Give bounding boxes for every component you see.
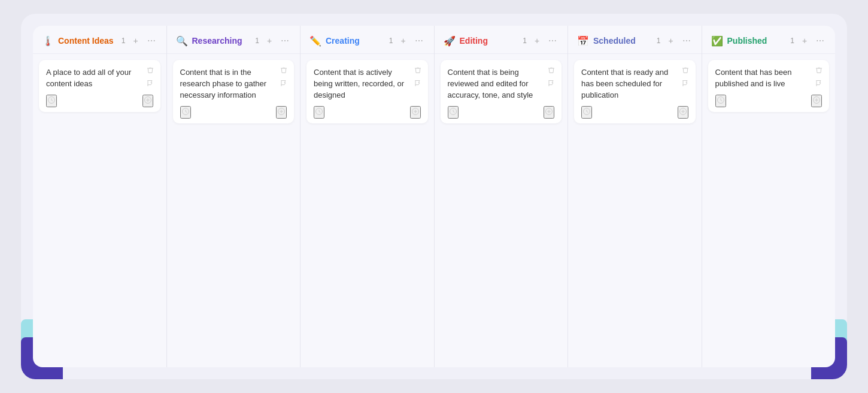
- column-published: ✅Published1+⋯Content that has been publi…: [702, 26, 836, 367]
- card-actions-editing-0: [546, 65, 557, 89]
- card-text-published-0: Content that has been published and is l…: [715, 67, 823, 90]
- column-content-ideas: 🌡️Content Ideas1+⋯A place to add all of …: [33, 26, 167, 367]
- card-scheduled-0: Content that is ready and has been sched…: [574, 60, 696, 123]
- column-header-researching: 🔍Researching1+⋯: [167, 26, 301, 54]
- delete-card-button-editing-0[interactable]: [546, 65, 557, 75]
- column-header-content-ideas: 🌡️Content Ideas1+⋯: [33, 26, 166, 54]
- more-options-button-published[interactable]: ⋯: [814, 34, 827, 47]
- card-footer-scheduled-0: [581, 106, 688, 119]
- clock-button-published-0[interactable]: [715, 95, 726, 107]
- card-actions-scheduled-0: [680, 65, 691, 89]
- clock-button-creating-0[interactable]: [314, 106, 324, 119]
- column-researching: 🔍Researching1+⋯Content that is in the re…: [167, 26, 301, 367]
- column-header-editing: 🚀Editing1+⋯: [435, 26, 568, 54]
- column-count-editing: 1: [523, 37, 527, 45]
- add-item-button-creating-0[interactable]: [410, 106, 421, 119]
- add-card-button-content-ideas[interactable]: +: [129, 34, 142, 47]
- card-creating-0: Content that is actively being written, …: [306, 60, 428, 123]
- clock-button-editing-0[interactable]: [448, 106, 459, 119]
- card-text-content-ideas-0: A place to add all of your content ideas: [46, 67, 153, 90]
- more-options-button-creating[interactable]: ⋯: [412, 34, 426, 47]
- kanban-board: 🌡️Content Ideas1+⋯A place to add all of …: [33, 26, 835, 367]
- column-header-creating: ✏️Creating1+⋯: [301, 26, 434, 54]
- pencil-icon: ✏️: [309, 34, 322, 47]
- magnifier-icon: 🔍: [175, 34, 189, 47]
- add-card-button-creating[interactable]: +: [397, 34, 410, 47]
- card-content-ideas-0: A place to add all of your content ideas: [39, 60, 160, 112]
- column-actions-researching: +⋯: [263, 34, 292, 47]
- column-actions-creating: +⋯: [397, 34, 426, 47]
- column-header-published: ✅Published1+⋯: [702, 26, 836, 54]
- card-text-editing-0: Content that is being reviewed and edite…: [448, 67, 555, 101]
- column-title-editing: Editing: [460, 36, 518, 46]
- add-card-button-published[interactable]: +: [798, 34, 811, 47]
- app-container: 🌡️Content Ideas1+⋯A place to add all of …: [21, 14, 847, 379]
- add-item-button-content-ideas-0[interactable]: [142, 95, 153, 107]
- column-body-published: Content that has been published and is l…: [702, 54, 836, 367]
- rocket-icon: 🚀: [443, 34, 456, 47]
- card-actions-content-ideas-0: [145, 65, 156, 89]
- column-count-content-ideas: 1: [122, 37, 126, 45]
- card-actions-researching-0: [278, 65, 289, 89]
- card-footer-editing-0: [448, 106, 555, 119]
- column-creating: ✏️Creating1+⋯Content that is actively be…: [301, 26, 435, 367]
- card-footer-content-ideas-0: [46, 95, 153, 107]
- card-actions-creating-0: [412, 65, 423, 89]
- column-title-scheduled: Scheduled: [593, 36, 652, 46]
- more-options-button-content-ideas[interactable]: ⋯: [145, 34, 158, 47]
- column-body-creating: Content that is actively being written, …: [301, 54, 434, 367]
- add-item-button-published-0[interactable]: [811, 95, 822, 107]
- add-item-button-researching-0[interactable]: [276, 106, 287, 119]
- column-title-content-ideas: Content Ideas: [58, 36, 117, 46]
- clock-button-content-ideas-0[interactable]: [46, 95, 57, 107]
- flag-card-button-creating-0[interactable]: [412, 78, 423, 89]
- add-card-button-scheduled[interactable]: +: [664, 34, 678, 47]
- column-header-scheduled: 📅Scheduled1+⋯: [568, 26, 702, 54]
- more-options-button-researching[interactable]: ⋯: [278, 34, 292, 47]
- add-item-button-editing-0[interactable]: [544, 106, 554, 119]
- delete-card-button-published-0[interactable]: [814, 65, 824, 75]
- add-card-button-editing[interactable]: +: [530, 34, 544, 47]
- delete-card-button-content-ideas-0[interactable]: [145, 65, 156, 75]
- column-count-researching: 1: [255, 37, 259, 45]
- card-researching-0: Content that is in the research phase to…: [173, 60, 295, 123]
- card-footer-published-0: [715, 95, 823, 107]
- thermometer-icon: 🌡️: [41, 34, 54, 47]
- add-item-button-scheduled-0[interactable]: [678, 106, 688, 119]
- clock-button-scheduled-0[interactable]: [581, 106, 592, 119]
- flag-card-button-scheduled-0[interactable]: [680, 78, 691, 89]
- column-scheduled: 📅Scheduled1+⋯Content that is ready and h…: [568, 26, 702, 367]
- delete-card-button-researching-0[interactable]: [278, 65, 289, 75]
- card-text-scheduled-0: Content that is ready and has been sched…: [581, 67, 688, 101]
- card-editing-0: Content that is being reviewed and edite…: [441, 60, 562, 123]
- column-actions-published: +⋯: [798, 34, 827, 47]
- clock-button-researching-0[interactable]: [180, 106, 191, 119]
- column-body-editing: Content that is being reviewed and edite…: [435, 54, 568, 367]
- delete-card-button-scheduled-0[interactable]: [680, 65, 691, 75]
- column-title-creating: Creating: [326, 36, 384, 46]
- column-count-scheduled: 1: [657, 37, 661, 45]
- card-text-creating-0: Content that is actively being written, …: [314, 67, 421, 101]
- card-actions-published-0: [814, 65, 824, 89]
- column-editing: 🚀Editing1+⋯Content that is being reviewe…: [435, 26, 569, 367]
- card-text-researching-0: Content that is in the research phase to…: [180, 67, 287, 101]
- column-body-researching: Content that is in the research phase to…: [167, 54, 301, 367]
- column-title-published: Published: [727, 36, 786, 46]
- card-footer-researching-0: [180, 106, 287, 119]
- flag-card-button-researching-0[interactable]: [278, 78, 289, 89]
- column-actions-editing: +⋯: [530, 34, 559, 47]
- column-count-creating: 1: [389, 37, 393, 45]
- column-count-published: 1: [790, 37, 794, 45]
- card-footer-creating-0: [314, 106, 421, 119]
- add-card-button-researching[interactable]: +: [263, 34, 276, 47]
- flag-card-button-editing-0[interactable]: [546, 78, 557, 89]
- more-options-button-editing[interactable]: ⋯: [546, 34, 559, 47]
- column-body-content-ideas: A place to add all of your content ideas: [33, 54, 166, 367]
- delete-card-button-creating-0[interactable]: [412, 65, 423, 75]
- column-actions-scheduled: +⋯: [664, 34, 693, 47]
- more-options-button-scheduled[interactable]: ⋯: [680, 34, 693, 47]
- flag-card-button-published-0[interactable]: [814, 78, 824, 89]
- column-title-researching: Researching: [192, 36, 251, 46]
- column-body-scheduled: Content that is ready and has been sched…: [568, 54, 702, 367]
- flag-card-button-content-ideas-0[interactable]: [145, 78, 156, 89]
